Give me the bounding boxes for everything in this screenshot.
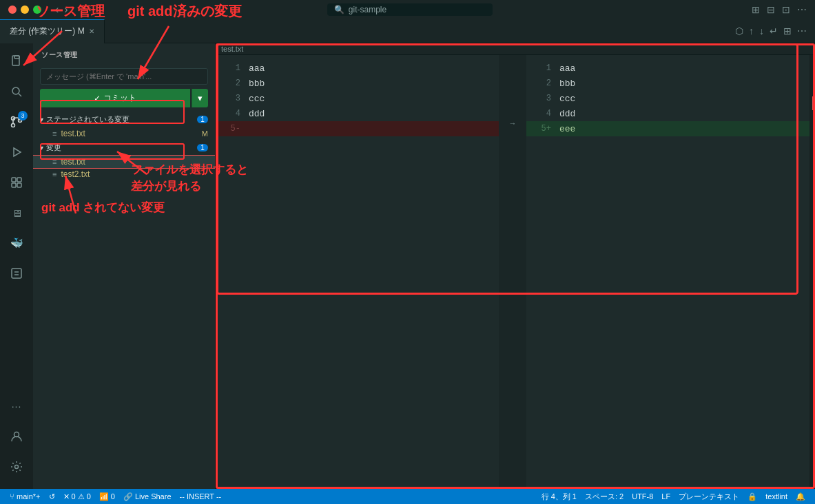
- layout-icon-1[interactable]: ⊞: [752, 4, 760, 15]
- live-share-icon: 🔗: [123, 492, 133, 501]
- svg-rect-13: [12, 269, 21, 278]
- editor-area: test.txt 1 aaa 2 bbb 3 ccc 4 ddd: [216, 43, 815, 489]
- svg-rect-10: [17, 178, 21, 182]
- nav-forward-button[interactable]: ›: [64, 3, 68, 16]
- diff-line: 3 ccc: [526, 91, 809, 106]
- ports-count: 0: [111, 492, 115, 501]
- source-control-badge: 3: [18, 111, 28, 120]
- more-icon[interactable]: ⋯: [797, 25, 807, 36]
- insert-mode-label: -- INSERT --: [180, 492, 222, 501]
- activitybar-dots[interactable]: ···: [3, 392, 30, 420]
- activitybar-remote[interactable]: 🖥: [3, 199, 30, 227]
- activitybar-explorer[interactable]: [3, 48, 30, 75]
- activitybar: 3 🖥 🐳 ···: [0, 43, 33, 489]
- status-encoding[interactable]: UTF-8: [628, 489, 657, 504]
- traffic-light-red[interactable]: [8, 6, 17, 14]
- activitybar-account[interactable]: [3, 423, 30, 450]
- titlebar: ‹ › 🔍 git-sample ⊞ ⊟ ⊡ ⋯: [0, 0, 815, 19]
- textlint-label: textlint: [765, 492, 787, 501]
- svg-point-5: [12, 124, 15, 127]
- language-label: プレーンテキスト: [679, 492, 739, 502]
- activitybar-docker[interactable]: 🐳: [3, 229, 30, 257]
- traffic-light-yellow[interactable]: [21, 6, 29, 14]
- commit-message-input[interactable]: [40, 68, 208, 85]
- status-language[interactable]: プレーンテキスト: [674, 489, 743, 504]
- file-icon: ≡: [52, 158, 56, 166]
- status-errors[interactable]: ✕ 0 ⚠ 0: [59, 489, 95, 504]
- traffic-light-green[interactable]: [33, 6, 41, 14]
- status-live-share[interactable]: 🔗 Live Share: [119, 489, 176, 504]
- staged-changes-section-header[interactable]: ▾ ステージされている変更 1: [33, 112, 215, 127]
- staged-file-status: M: [202, 129, 208, 138]
- tab-close-icon[interactable]: ✕: [89, 28, 94, 35]
- commit-button[interactable]: ✓ コミット: [40, 89, 190, 107]
- layout-icon[interactable]: ⊞: [783, 25, 792, 36]
- file-icon: ≡: [52, 170, 56, 178]
- layout-icon-4[interactable]: ⋯: [797, 4, 807, 15]
- activitybar-debug[interactable]: [3, 138, 30, 166]
- search-bar[interactable]: 🔍 git-sample: [327, 3, 493, 16]
- changes-section-label: 変更: [46, 143, 61, 153]
- svg-rect-11: [12, 183, 16, 187]
- diff-pane-left[interactable]: 1 aaa 2 bbb 3 ccc 4 ddd 5-: [216, 55, 499, 489]
- layout-icon-2[interactable]: ⊟: [767, 4, 775, 15]
- diff-line: 1 aaa: [216, 61, 499, 76]
- activitybar-source-control[interactable]: 3: [3, 108, 30, 136]
- statusbar: ⑂ main*+ ↺ ✕ 0 ⚠ 0 📶 0 🔗 Live Share -- I…: [0, 489, 815, 504]
- scroll-down-icon[interactable]: ↓: [759, 25, 764, 36]
- commit-btn-row: ✓ コミット ▾: [40, 89, 208, 107]
- sidebar: ソース管理 ✓ コミット ▾ ▾ ステージされている変更 1 ≡ test.tx…: [33, 43, 216, 489]
- titlebar-right: ⊞ ⊟ ⊡ ⋯: [752, 4, 807, 15]
- branch-label: main*+: [17, 492, 41, 501]
- staged-file-test-txt[interactable]: ≡ test.txt M: [33, 127, 215, 140]
- bell-icon: 🔔: [796, 492, 805, 501]
- changed-file-test2-txt[interactable]: ≡ test2.txt: [33, 168, 215, 180]
- diff-line-added: 5+ eee: [526, 121, 809, 136]
- status-position[interactable]: 行 4、列 1: [537, 489, 581, 504]
- scrollbar[interactable]: [809, 55, 815, 489]
- main-layout: 3 🖥 🐳 ··· ソース管理: [0, 43, 815, 489]
- diff-arrow: →: [499, 116, 526, 131]
- svg-rect-1: [14, 56, 19, 59]
- live-share-label: Live Share: [135, 492, 172, 501]
- svg-rect-9: [12, 178, 16, 182]
- tab-label: 差分 (作業ツリー) M: [10, 25, 85, 37]
- status-ports[interactable]: 📶 0: [95, 489, 119, 504]
- tab-diff[interactable]: 差分 (作業ツリー) M ✕: [0, 19, 105, 43]
- status-spaces[interactable]: スペース: 2: [581, 489, 628, 504]
- svg-rect-0: [12, 56, 19, 65]
- split-editor-icon[interactable]: ⬡: [735, 25, 743, 36]
- activitybar-search[interactable]: [3, 78, 30, 105]
- changes-count-badge: 1: [197, 144, 208, 151]
- commit-dropdown-button[interactable]: ▾: [192, 89, 208, 107]
- commit-label: コミット: [103, 92, 136, 104]
- changes-chevron-icon: ▾: [40, 144, 43, 151]
- checkmark-icon: ✓: [94, 94, 101, 103]
- changed-file-test-txt[interactable]: ≡ test.txt: [33, 156, 215, 168]
- nav-back-button[interactable]: ‹: [55, 3, 59, 16]
- file-icon: ≡: [52, 129, 56, 138]
- spaces-label: スペース: 2: [585, 492, 623, 502]
- status-lock[interactable]: 🔒: [743, 489, 761, 504]
- status-branch[interactable]: ⑂ main*+: [6, 489, 45, 504]
- status-textlint[interactable]: textlint: [761, 489, 792, 504]
- diff-pane-right[interactable]: 1 aaa 2 bbb 3 ccc 4 ddd 5+ eee: [526, 55, 809, 489]
- status-sync[interactable]: ↺: [45, 489, 59, 504]
- scroll-up-icon[interactable]: ↑: [749, 25, 754, 36]
- inline-icon[interactable]: ↵: [770, 25, 778, 36]
- status-notifications[interactable]: 🔔: [792, 489, 809, 504]
- activitybar-extensions[interactable]: [3, 169, 30, 196]
- titlebar-left: ‹ ›: [8, 3, 68, 16]
- staged-chevron-icon: ▾: [40, 116, 43, 123]
- tab-actions: ⬡ ↑ ↓ ↵ ⊞ ⋯: [735, 25, 815, 36]
- activitybar-settings[interactable]: [3, 453, 30, 481]
- svg-line-3: [19, 94, 21, 96]
- activitybar-bottom: [3, 423, 30, 485]
- activitybar-pages[interactable]: [3, 260, 30, 287]
- changed-filename-1: test.txt: [61, 157, 85, 167]
- staged-count-badge: 1: [197, 116, 208, 123]
- status-eol[interactable]: LF: [657, 489, 674, 504]
- commit-area: ✓ コミット ▾: [33, 64, 215, 112]
- layout-icon-3[interactable]: ⊡: [782, 4, 790, 15]
- changes-section-header[interactable]: ▾ 変更 1: [33, 140, 215, 156]
